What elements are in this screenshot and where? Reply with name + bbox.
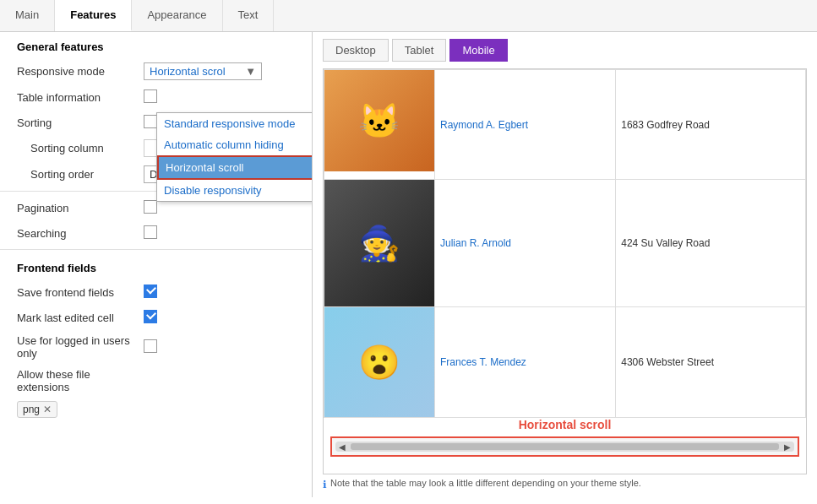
row2-image-cell: 🧙 xyxy=(324,180,435,307)
row1-avatar: 🐱 xyxy=(324,70,434,171)
info-icon: ℹ xyxy=(323,479,327,490)
responsive-mode-label: Responsive mode xyxy=(17,65,144,78)
row2-avatar: 🧙 xyxy=(324,180,434,306)
row2-name-cell: Julian R. Arnold xyxy=(435,180,616,307)
preview-table: 🐱 Raymond A. Egbert 1683 Godfrey Road 🧙 xyxy=(324,69,806,418)
tab-mobile[interactable]: Mobile xyxy=(449,39,507,62)
right-panel: Desktop Tablet Mobile 🐱 Raymond A. Egber… xyxy=(313,32,817,497)
row2-address-cell: 424 Su Valley Road xyxy=(616,180,806,307)
top-navigation: Main Features Appearance Text xyxy=(0,0,817,32)
tab-main[interactable]: Main xyxy=(0,0,55,31)
save-frontend-row: Save frontend fields xyxy=(0,279,312,305)
row2-address: 424 Su Valley Road xyxy=(621,237,710,249)
note-text: Note that the table may look a little di… xyxy=(330,478,641,488)
responsive-mode-row: Responsive mode Horizontal scrol ▼ xyxy=(0,58,312,84)
searching-checkbox[interactable] xyxy=(144,225,157,239)
pagination-checkbox[interactable] xyxy=(144,200,157,214)
tab-tablet[interactable]: Tablet xyxy=(392,39,447,62)
scroll-bar-container: ◀ ▶ xyxy=(330,436,799,457)
table-preview: 🐱 Raymond A. Egbert 1683 Godfrey Road 🧙 xyxy=(323,68,807,474)
row2-name: Julian R. Arnold xyxy=(440,237,511,249)
extension-tag-remove[interactable]: ✕ xyxy=(43,404,52,415)
use-logged-label: Use for logged in users only xyxy=(17,334,144,360)
table-row: 😮 Frances T. Mendez 4306 Webster Street xyxy=(324,307,806,418)
frontend-fields-title: Frontend fields xyxy=(0,253,312,279)
horizontal-scroll-label: Horizontal scroll xyxy=(519,418,612,431)
view-tabs: Desktop Tablet Mobile xyxy=(323,39,807,62)
row3-address: 4306 Webster Street xyxy=(621,356,714,368)
row3-name-cell: Frances T. Mendez xyxy=(435,307,616,418)
table-information-row: Table information xyxy=(0,84,312,110)
tab-text[interactable]: Text xyxy=(223,0,275,31)
save-frontend-label: Save frontend fields xyxy=(17,286,144,299)
dropdown-item-disable[interactable]: Disable responsivity xyxy=(157,180,313,201)
scroll-right-icon[interactable]: ▶ xyxy=(782,442,792,452)
row3-avatar: 😮 xyxy=(324,307,434,417)
row1-name-cell: Raymond A. Egbert xyxy=(435,70,616,180)
main-layout: General features Responsive mode Horizon… xyxy=(0,32,817,497)
row1-address: 1683 Godfrey Road xyxy=(621,119,710,131)
scroll-bar-track[interactable]: ◀ ▶ xyxy=(335,442,794,452)
scroll-thumb[interactable] xyxy=(351,443,779,450)
dropdown-item-auto[interactable]: Automatic column hiding xyxy=(157,134,313,155)
use-logged-checkbox[interactable] xyxy=(144,339,157,353)
table-row: 🐱 Raymond A. Egbert 1683 Godfrey Road xyxy=(324,70,806,180)
preview-note: ℹ Note that the table may look a little … xyxy=(323,478,807,490)
tab-desktop[interactable]: Desktop xyxy=(323,39,389,62)
sorting-order-label: Sorting order xyxy=(17,168,144,181)
responsive-mode-select[interactable]: Horizontal scrol ▼ xyxy=(144,62,262,80)
use-logged-row: Use for logged in users only xyxy=(0,330,312,364)
row3-name: Frances T. Mendez xyxy=(440,356,526,368)
general-features-title: General features xyxy=(0,32,312,58)
mark-last-label: Mark last edited cell xyxy=(17,312,144,324)
extension-tag-value: png xyxy=(23,404,40,415)
table-information-label: Table information xyxy=(17,91,144,104)
dropdown-arrow-icon: ▼ xyxy=(245,65,256,78)
tab-features[interactable]: Features xyxy=(55,0,132,31)
pagination-label: Pagination xyxy=(17,202,144,214)
responsive-dropdown: Standard responsive mode Automatic colum… xyxy=(156,112,313,202)
table-information-checkbox[interactable] xyxy=(144,89,157,103)
row3-address-cell: 4306 Webster Street xyxy=(616,307,806,418)
mark-last-row: Mark last edited cell xyxy=(0,305,312,330)
left-panel: General features Responsive mode Horizon… xyxy=(0,32,313,497)
allow-extensions-row: Allow these file extensions xyxy=(0,364,312,398)
responsive-mode-value: Horizontal scrol xyxy=(150,65,226,78)
extension-tag: png ✕ xyxy=(17,401,57,418)
searching-label: Searching xyxy=(17,227,144,240)
sorting-checkbox[interactable] xyxy=(144,115,157,128)
searching-row: Searching xyxy=(0,220,312,246)
table-row: 🧙 Julian R. Arnold 424 Su Valley Road xyxy=(324,180,806,307)
row1-image-cell: 🐱 xyxy=(324,70,435,180)
dropdown-item-horizontal[interactable]: Horizontal scroll xyxy=(157,155,313,180)
row1-address-cell: 1683 Godfrey Road xyxy=(616,70,806,180)
sorting-column-label: Sorting column xyxy=(17,142,144,154)
allow-extensions-label: Allow these file extensions xyxy=(17,368,144,393)
save-frontend-checkbox[interactable] xyxy=(144,285,157,298)
mark-last-checkbox[interactable] xyxy=(144,310,157,323)
dropdown-item-standard[interactable]: Standard responsive mode xyxy=(157,113,313,134)
row1-name: Raymond A. Egbert xyxy=(440,119,528,131)
row3-image-cell: 😮 xyxy=(324,307,435,418)
dropdown-menu: Standard responsive mode Automatic colum… xyxy=(156,112,313,202)
scroll-left-icon[interactable]: ◀ xyxy=(337,442,347,452)
tab-appearance[interactable]: Appearance xyxy=(132,0,222,31)
sorting-label: Sorting xyxy=(17,117,144,129)
